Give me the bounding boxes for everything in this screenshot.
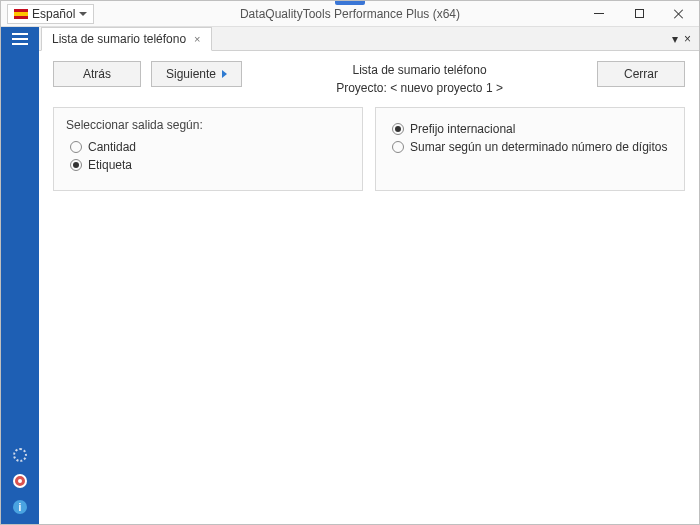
radio-label: Prefijo internacional	[410, 122, 515, 136]
tab-tools: ▾ ×	[672, 27, 699, 50]
radio-sumar-digitos[interactable]: Sumar según un determinado número de díg…	[392, 140, 672, 154]
project-line: Proyecto: < nuevo proyecto 1 >	[252, 79, 587, 97]
language-selector[interactable]: Español	[7, 4, 94, 24]
sidebar-top	[12, 27, 28, 45]
maximize-icon	[635, 9, 644, 18]
radio-icon	[392, 123, 404, 135]
output-selection-panel: Seleccionar salida según: Cantidad Etiqu…	[53, 107, 363, 191]
radio-label: Cantidad	[88, 140, 136, 154]
radio-icon	[70, 141, 82, 153]
titlebar: Español DataQualityTools Performance Plu…	[1, 1, 699, 27]
gear-icon[interactable]	[13, 448, 27, 462]
minimize-icon	[594, 13, 604, 14]
radio-icon	[392, 141, 404, 153]
app-title: DataQualityTools Performance Plus (x64)	[240, 7, 460, 21]
radio-icon	[70, 159, 82, 171]
app-window: Español DataQualityTools Performance Plu…	[0, 0, 700, 525]
back-button[interactable]: Atrás	[53, 61, 141, 87]
window-controls	[579, 1, 699, 27]
close-icon	[673, 8, 685, 20]
radio-label: Sumar según un determinado número de díg…	[410, 140, 668, 154]
content: Lista de sumario teléfono × ▾ × Atrás Si…	[39, 27, 699, 524]
tab-dropdown-button[interactable]: ▾	[672, 32, 678, 46]
sidebar: i	[1, 27, 39, 524]
radio-etiqueta[interactable]: Etiqueta	[70, 158, 350, 172]
chevron-down-icon	[79, 12, 87, 16]
body: i Lista de sumario teléfono × ▾ × Atrás	[1, 27, 699, 524]
help-icon[interactable]	[13, 474, 27, 488]
flag-icon	[14, 9, 28, 19]
radio-label: Etiqueta	[88, 158, 132, 172]
output-selection-title: Seleccionar salida según:	[66, 118, 350, 132]
radio-prefijo-internacional[interactable]: Prefijo internacional	[392, 122, 672, 136]
quick-access-handle[interactable]	[335, 1, 365, 5]
menu-button[interactable]	[12, 33, 28, 45]
close-label: Cerrar	[624, 67, 658, 81]
maximize-button[interactable]	[619, 1, 659, 27]
tab-label: Lista de sumario teléfono	[52, 32, 186, 46]
sidebar-bottom: i	[13, 448, 27, 524]
close-window-button[interactable]	[659, 1, 699, 27]
tab-phone-summary[interactable]: Lista de sumario teléfono ×	[41, 27, 212, 51]
next-button[interactable]: Siguiente	[151, 61, 242, 87]
close-button[interactable]: Cerrar	[597, 61, 685, 87]
chevron-right-icon	[222, 70, 227, 78]
tabstrip: Lista de sumario teléfono × ▾ ×	[39, 27, 699, 51]
page-header: Lista de sumario teléfono Proyecto: < nu…	[252, 61, 587, 97]
info-icon[interactable]: i	[13, 500, 27, 514]
page-title: Lista de sumario teléfono	[252, 61, 587, 79]
language-label: Español	[32, 7, 75, 21]
tab-pane-close-button[interactable]: ×	[684, 32, 691, 46]
panels: Seleccionar salida según: Cantidad Etiqu…	[39, 103, 699, 205]
next-label: Siguiente	[166, 67, 216, 81]
radio-cantidad[interactable]: Cantidad	[70, 140, 350, 154]
grouping-panel: Prefijo internacional Sumar según un det…	[375, 107, 685, 191]
minimize-button[interactable]	[579, 1, 619, 27]
back-label: Atrás	[83, 67, 111, 81]
toolbar: Atrás Siguiente Lista de sumario teléfon…	[39, 51, 699, 103]
tab-close-button[interactable]: ×	[194, 33, 200, 45]
